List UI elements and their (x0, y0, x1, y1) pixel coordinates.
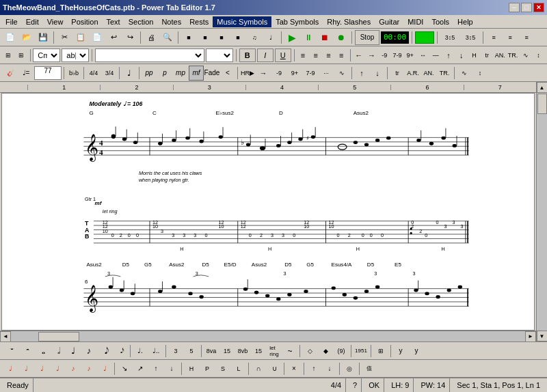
menu-rests[interactable]: Rests (185, 16, 213, 27)
rest-half[interactable]: 𝄼 (18, 344, 34, 358)
an2[interactable]: AN. (421, 66, 436, 81)
15ma-btn[interactable]: 15 (219, 344, 235, 358)
note-q[interactable]: ♩ (122, 66, 137, 81)
dots[interactable]: ··· (319, 66, 334, 81)
hammer-on[interactable]: H (468, 48, 480, 63)
paste-button[interactable]: 📄 (90, 30, 105, 45)
8va-btn[interactable]: 8va (204, 344, 219, 358)
vibr2-btn[interactable]: ↕ (533, 48, 544, 63)
8vb-btn[interactable]: 8vb (235, 344, 250, 358)
note-half[interactable]: 𝅗𝅥 (50, 344, 65, 358)
vertical-scrollbar[interactable]: ▲ ▼ (536, 82, 547, 341)
zoom-button[interactable]: 🔍 (160, 30, 175, 45)
pull-btn[interactable]: P (200, 362, 215, 376)
staff-btn2[interactable]: ⊞ (16, 48, 27, 63)
ar[interactable]: A.R. (405, 66, 421, 81)
score-area[interactable]: Moderately ♩ = 106 G C E♭sus2 D Asus2 (1, 93, 535, 331)
arrow-dn[interactable]: ↓ (455, 48, 467, 63)
dyn-pp[interactable]: pp (142, 66, 157, 81)
arrow-up[interactable]: ↑ (443, 48, 455, 63)
scroll-up-button[interactable]: ▲ (537, 82, 548, 93)
bold-button[interactable]: B (239, 48, 256, 62)
watermark-btn[interactable]: 值 (362, 362, 377, 376)
finger-9[interactable]: (9) (334, 344, 349, 358)
fade-btn[interactable]: Fade (204, 66, 219, 81)
menu-file[interactable]: File (1, 16, 22, 27)
scroll-left-button[interactable]: ◄ (0, 331, 11, 342)
quintuplet[interactable]: 5 (184, 344, 199, 358)
accent-btn[interactable]: ♩ (3, 362, 18, 376)
font-name-combo[interactable] (95, 48, 204, 62)
align-left[interactable]: ≡ (486, 30, 501, 45)
play-button[interactable]: ▶ (284, 30, 299, 45)
close-button[interactable]: ✕ (533, 3, 544, 12)
end-vib[interactable]: ↕ (472, 66, 488, 81)
note-32nd[interactable]: 𝅘𝅥𝅯 (113, 344, 128, 358)
an-btn[interactable]: AN. (494, 48, 506, 63)
string-mute[interactable]: × (286, 362, 302, 376)
capo-btn[interactable]: ◎ (342, 362, 357, 376)
dash[interactable]: — (430, 48, 442, 63)
marcato2-btn[interactable]: ♪ (81, 362, 96, 376)
align-r[interactable]: ≡ (323, 48, 334, 63)
pick-d[interactable]: ∪ (267, 362, 282, 376)
art1-btn[interactable]: ♩ (97, 362, 112, 376)
plus9[interactable]: 9+ (287, 66, 302, 81)
time-sig-btn2[interactable]: 3↕5 (461, 30, 480, 45)
dot-note[interactable]: ♩. (133, 344, 148, 358)
15mb-btn[interactable]: 15 (251, 344, 266, 358)
menu-notes[interactable]: Notes (157, 16, 185, 27)
stop-text-button[interactable]: Stop (355, 30, 379, 45)
dyn-mf[interactable]: mf (189, 66, 204, 81)
v-scroll-track[interactable] (537, 93, 548, 331)
staff-btn[interactable]: ⊞ (3, 48, 14, 63)
num-1[interactable]: -9 (379, 48, 390, 63)
y1-btn[interactable]: y (393, 344, 408, 358)
undo-button[interactable]: ↩ (106, 30, 121, 45)
new-button[interactable]: 📄 (3, 30, 18, 45)
tenuto-btn[interactable]: ♩ (34, 362, 49, 376)
range1[interactable]: 7-9 (303, 66, 318, 81)
menu-tools[interactable]: Tools (427, 16, 453, 27)
style-combo[interactable]: ab| (62, 48, 89, 62)
minimize-button[interactable]: ─ (509, 3, 520, 12)
menu-music-symbols[interactable]: Music Symbols (213, 16, 271, 27)
time34-btn[interactable]: 3/4 (102, 66, 117, 81)
record-button[interactable]: ⏺ (334, 30, 349, 45)
menu-edit[interactable]: Edit (22, 16, 43, 27)
triplet[interactable]: 3 (168, 344, 183, 358)
staccato-btn[interactable]: ♩ (18, 362, 34, 376)
tb1[interactable]: ■ (181, 30, 196, 45)
note-whole[interactable]: 𝅝 (34, 344, 49, 358)
num-2[interactable]: 7-9 (392, 48, 403, 63)
note-8th[interactable]: ♪ (81, 344, 96, 358)
scroll-right-button[interactable]: ► (525, 331, 536, 342)
marcato-btn[interactable]: ♪ (66, 362, 81, 376)
tb2[interactable]: ■ (198, 30, 213, 45)
copy-button[interactable]: 📋 (73, 30, 88, 45)
release-btn[interactable]: ↓ (164, 362, 179, 376)
maximize-button[interactable]: □ (521, 3, 532, 12)
italic-button[interactable]: I (257, 48, 274, 62)
tr3[interactable]: tr (390, 66, 405, 81)
natural-harm[interactable]: ◇ (302, 344, 317, 358)
dyn-mp[interactable]: mp (173, 66, 188, 81)
tb4[interactable]: ■ (230, 30, 245, 45)
slide-down[interactable]: ↘ (117, 362, 132, 376)
arrow-right[interactable]: → (366, 48, 377, 63)
menu-section[interactable]: Section (124, 16, 158, 27)
align-c[interactable]: ≡ (310, 48, 321, 63)
time-sig-btn1[interactable]: 3↕5 (440, 30, 459, 45)
menu-view[interactable]: View (43, 16, 68, 27)
strum-up[interactable]: ↑ (306, 362, 321, 376)
status-time-sig[interactable]: 4/4 (327, 378, 346, 392)
align-right[interactable]: ≡ (519, 30, 534, 45)
strum-dn[interactable]: ↓ (322, 362, 337, 376)
legato-btn[interactable]: L (231, 362, 246, 376)
horizontal-scrollbar[interactable]: ◄ ► (0, 331, 536, 341)
pick-u[interactable]: ∩ (251, 362, 266, 376)
dn-arrow3[interactable]: ↓ (370, 66, 385, 81)
chord-btn[interactable]: ⊞ (373, 344, 388, 358)
v-scroll-thumb[interactable] (537, 94, 547, 114)
font-combo[interactable]: Cm (33, 48, 60, 62)
